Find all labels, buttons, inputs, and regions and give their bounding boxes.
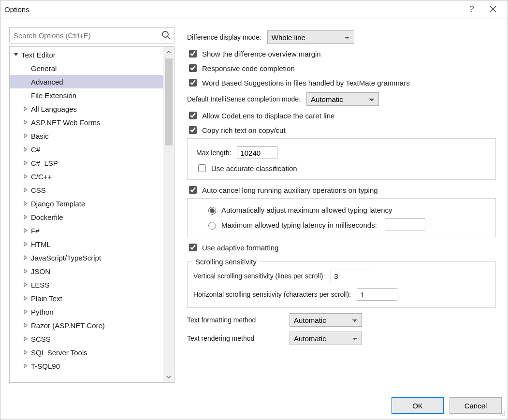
use-accurate-classification-input[interactable] [198,164,206,172]
tree-item[interactable]: C#_LSP [10,156,163,170]
responsive-completion-checkbox[interactable]: Responsive code completion [187,63,496,73]
expander-closed-icon[interactable] [22,188,29,192]
expander-closed-icon[interactable] [22,106,29,111]
max-latency-input[interactable] [208,222,216,230]
tree-item[interactable]: Django Template [10,197,163,210]
tree-item[interactable]: SCSS [10,332,163,346]
vertical-scroll-row: Vertical scrolling sensitivity (lines pe… [193,269,490,283]
tree-item[interactable]: C# [10,143,163,156]
max-latency-value-input[interactable] [385,218,425,231]
tree-item[interactable]: T-SQL90 [10,359,163,373]
tree-item[interactable]: All Languages [10,102,163,116]
expander-closed-icon[interactable] [22,336,29,341]
resize-grip-icon[interactable] [499,409,506,418]
expander-closed-icon[interactable] [22,174,29,179]
expander-closed-icon[interactable] [22,215,29,219]
tree-item[interactable]: JSON [10,264,163,278]
tree-item[interactable]: Plain Text [10,291,163,305]
scrolling-sensitivity-group: Scrolling sensitivity Vertical scrolling… [187,258,496,308]
word-based-suggestions-input[interactable] [189,79,197,87]
expander-open-icon[interactable] [13,52,19,57]
tree-item[interactable]: General [10,61,163,75]
use-accurate-classification-checkbox[interactable]: Use accurate classification [196,163,490,174]
vertical-scroll-label: Vertical scrolling sensitivity (lines pe… [193,272,325,280]
scroll-up-icon[interactable] [163,47,174,58]
scroll-down-icon[interactable] [163,372,174,382]
tree-item[interactable]: JavaScript/TypeScript [10,251,163,264]
tree-item-label: F# [31,227,40,235]
expander-closed-icon[interactable] [22,363,29,368]
difference-display-mode-select[interactable]: Whole line [267,30,354,44]
cancel-button[interactable]: Cancel [450,397,502,414]
auto-cancel-input[interactable] [189,186,197,194]
tree-item[interactable]: F# [10,224,163,237]
copy-rich-text-checkbox[interactable]: Copy rich text on copy/cut [187,125,496,135]
show-diff-overview-input[interactable] [189,50,197,58]
tree-item[interactable]: File Extension [10,88,163,102]
allow-codelens-input[interactable] [189,112,197,119]
auto-adjust-latency-radio[interactable]: Automatically adjust maximum allowed typ… [206,205,490,215]
svg-point-5 [502,415,503,416]
text-formatting-row: Text formatting method Automatic [187,313,496,327]
expander-closed-icon[interactable] [22,201,29,206]
vertical-scroll-input[interactable] [331,270,371,282]
svg-point-4 [500,415,501,416]
svg-point-6 [504,415,505,416]
search-input[interactable] [13,31,161,40]
use-adaptive-formatting-input[interactable] [189,244,197,251]
copy-rich-text-input[interactable] [189,126,197,134]
tree-item[interactable]: Razor (ASP.NET Core) [10,319,163,332]
tree-item[interactable]: CSS [10,183,163,197]
tree-item[interactable]: Basic [10,129,163,143]
tree-item-label: Text Editor [21,51,56,59]
tree-scrollbar[interactable] [163,47,174,382]
responsive-completion-input[interactable] [189,64,197,72]
tree-item-label: JavaScript/TypeScript [31,254,101,262]
tree-item[interactable]: ASP.NET Web Forms [10,116,163,129]
tree-item-label: CSS [31,186,46,194]
tree-item[interactable]: Text Editor [10,48,163,61]
options-tree[interactable]: Text EditorGeneralAdvancedFile Extension… [10,47,163,382]
expander-closed-icon[interactable] [22,296,29,301]
tree-item[interactable]: SQL Server Tools [10,346,163,359]
expander-closed-icon[interactable] [22,350,29,355]
ok-button[interactable]: OK [392,397,444,414]
tree-item[interactable]: Advanced [10,75,163,88]
scroll-thumb[interactable] [165,58,173,145]
search-icon [161,30,171,40]
tree-item[interactable]: C/C++ [10,170,163,183]
auto-adjust-latency-input[interactable] [208,207,216,215]
expander-closed-icon[interactable] [22,323,29,328]
close-button[interactable] [482,0,504,18]
expander-closed-icon[interactable] [22,133,29,138]
tree-item[interactable]: Dockerfile [10,210,163,224]
options-dialog: Options ? Text EditorGeneralAdvancedFile… [0,0,508,420]
expander-closed-icon[interactable] [22,255,29,260]
max-latency-radio[interactable]: Maximum allowed typing latency in millis… [206,218,490,231]
help-button[interactable]: ? [461,0,482,18]
horizontal-scroll-input[interactable] [357,288,397,301]
expander-closed-icon[interactable] [22,228,29,233]
tree-item[interactable]: Python [10,305,163,319]
tree-item[interactable]: HTML [10,237,163,251]
allow-codelens-checkbox[interactable]: Allow CodeLens to displace the caret lin… [187,110,496,121]
auto-cancel-checkbox[interactable]: Auto cancel long running auxiliary opera… [187,185,496,195]
expander-closed-icon[interactable] [22,282,29,287]
tree-item-label: C#_LSP [31,159,58,167]
text-formatting-select[interactable]: Automatic [290,313,362,327]
search-box[interactable] [9,27,174,43]
expander-closed-icon[interactable] [22,269,29,274]
word-based-suggestions-checkbox[interactable]: Word Based Suggestions in files handled … [187,77,496,88]
intellisense-mode-select[interactable]: Automatic [306,92,379,106]
text-rendering-select[interactable]: Automatic [290,332,362,345]
expander-closed-icon[interactable] [22,120,29,125]
expander-closed-icon[interactable] [22,309,29,314]
expander-closed-icon[interactable] [22,242,29,246]
show-diff-overview-checkbox[interactable]: Show the difference overview margin [187,48,496,59]
expander-closed-icon[interactable] [22,160,29,165]
use-adaptive-formatting-checkbox[interactable]: Use adaptive formatting [187,242,496,253]
expander-closed-icon[interactable] [22,147,29,152]
tree-item[interactable]: LESS [10,278,163,291]
window-title: Options [4,5,461,14]
max-length-input[interactable] [237,146,277,159]
